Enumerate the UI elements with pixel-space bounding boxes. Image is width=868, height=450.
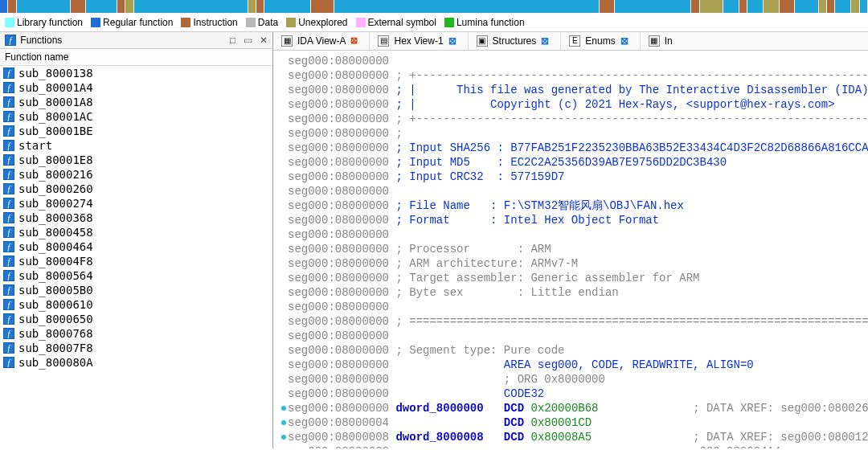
nav-segment[interactable] (739, 0, 747, 13)
nav-segment[interactable] (691, 0, 699, 13)
nav-segment[interactable] (117, 0, 125, 13)
tab-hex-view-1[interactable]: ▤Hex View-1⊠ (369, 32, 467, 50)
disasm-line[interactable]: seg000:08000000 ; | This file was genera… (273, 83, 868, 97)
function-name: sub_8000138 (18, 67, 93, 80)
nav-segment[interactable] (615, 0, 691, 13)
nav-segment[interactable] (851, 0, 859, 13)
function-item[interactable]: sub_8000216 (0, 167, 272, 182)
disasm-line[interactable]: seg000:08000000 ; ARM architecture: ARMv… (273, 256, 868, 271)
function-item[interactable]: sub_8000464 (0, 239, 272, 254)
nav-segment[interactable] (819, 0, 827, 13)
disasm-line[interactable]: seg000:08000000 ; Target assembler: Gene… (273, 271, 868, 285)
close-icon[interactable]: ⊠ (620, 35, 628, 47)
tab-structures[interactable]: ▣Structures⊠ (468, 32, 561, 50)
nav-segment[interactable] (311, 0, 334, 13)
disasm-line[interactable]: seg000:08000004 DCD 0x80001CD (273, 415, 868, 430)
nav-segment[interactable] (835, 0, 851, 13)
panel-title-text: Functions (20, 35, 62, 46)
disasm-line[interactable]: seg000:08000000 ; ORG 0x8000000 (273, 372, 868, 387)
function-icon (3, 284, 14, 296)
tab-ida-view-a[interactable]: ▦IDA View-A⊠ (273, 32, 369, 50)
function-item[interactable]: sub_80004F8 (0, 254, 272, 268)
nav-segment[interactable] (334, 0, 600, 13)
legend-label: Data (258, 17, 278, 28)
tab-in[interactable]: ▦In (640, 32, 684, 50)
legend-swatch (444, 18, 454, 27)
nav-segment[interactable] (747, 0, 764, 13)
function-item[interactable]: sub_8000458 (0, 225, 272, 239)
nav-segment[interactable] (860, 0, 868, 13)
nav-segment[interactable] (134, 0, 248, 13)
nav-segment[interactable] (600, 0, 616, 13)
function-item[interactable]: start (0, 138, 272, 153)
disasm-line[interactable]: seg000:08000000 (273, 54, 868, 68)
panel-pin-icon[interactable]: ▭ (244, 35, 252, 46)
function-item[interactable]: sub_80005B0 (0, 283, 272, 297)
function-item[interactable]: sub_8000610 (0, 297, 272, 312)
close-icon[interactable]: ⊠ (448, 35, 457, 47)
function-item[interactable]: sub_8000274 (0, 196, 272, 211)
column-header-function-name[interactable]: Function name (0, 49, 272, 66)
disasm-line[interactable]: seg000:08000008 dword_8000008 DCD 0x8000… (273, 430, 868, 444)
disasm-line[interactable]: seg000:08000000 dword_8000000 DCD 0x2000… (273, 401, 868, 415)
nav-segment[interactable] (248, 0, 256, 13)
disasm-line[interactable]: seg000:08000000 (273, 227, 868, 242)
disasm-line[interactable]: seg000:08000000 AREA seg000, CODE, READW… (273, 358, 868, 372)
disasm-line[interactable]: seg000:08000000 (273, 184, 868, 198)
disasm-line[interactable]: seg000:08000000 (273, 300, 868, 314)
disasm-line[interactable]: seg000:08000000 ; Segment type: Pure cod… (273, 343, 868, 358)
nav-segment[interactable] (700, 0, 723, 13)
view-tabs[interactable]: ▦IDA View-A⊠▤Hex View-1⊠▣Structures⊠EEnu… (273, 32, 868, 51)
function-item[interactable]: sub_8000768 (0, 326, 272, 341)
disasm-line[interactable]: seg000:08000000 (273, 329, 868, 343)
disasm-line[interactable]: seg000:08000000 ; Format : Intel Hex Obj… (273, 213, 868, 227)
function-item[interactable]: sub_8000564 (0, 268, 272, 283)
disasm-line[interactable]: seg000:08000000 ; File Name : F:\STM32智能… (273, 198, 868, 213)
nav-segment[interactable] (764, 0, 780, 13)
function-item[interactable]: sub_80001A4 (0, 80, 272, 95)
nav-segment[interactable] (125, 0, 133, 13)
nav-segment[interactable] (795, 0, 818, 13)
tab-enums[interactable]: EEnums⊠ (560, 32, 639, 50)
close-icon[interactable]: ⊠ (541, 35, 549, 47)
function-item[interactable]: sub_800080A (0, 355, 272, 370)
nav-segment[interactable] (827, 0, 835, 13)
nav-segment[interactable] (71, 0, 87, 13)
function-item[interactable]: sub_8000368 (0, 211, 272, 225)
disasm-line[interactable]: seg000:08000000 ; Processor : ARM (273, 242, 868, 256)
disasm-line[interactable]: seg000:08000000 ; ======================… (273, 314, 868, 329)
nav-segment[interactable] (17, 0, 71, 13)
function-item[interactable]: sub_80001E8 (0, 153, 272, 167)
disassembly-view[interactable]: seg000:08000000 seg000:08000000 ; +-----… (273, 51, 868, 448)
nav-segment[interactable] (86, 0, 117, 13)
disasm-line[interactable]: seg000:08000000 ; +---------------------… (273, 112, 868, 126)
nav-segment[interactable] (0, 0, 8, 13)
disasm-line[interactable]: seg000:08000000 ; Input CRC32 : 577159D7 (273, 170, 868, 184)
disasm-line[interactable]: seg000:08000000 ; +---------------------… (273, 68, 868, 83)
function-item[interactable]: sub_8000260 (0, 182, 272, 196)
disasm-line[interactable]: seg000:08000000 ; Byte sex : Little endi… (273, 285, 868, 300)
nav-segment[interactable] (8, 0, 16, 13)
nav-segment[interactable] (723, 0, 739, 13)
functions-panel-header[interactable]: Functions □ ▭ ✕ (0, 32, 272, 50)
nav-segment[interactable] (780, 0, 796, 13)
disasm-line[interactable]: seg000:08000000 ; (273, 126, 868, 141)
disasm-line[interactable]: seg000:08000008 ; seg000:080024A4↓o (273, 444, 868, 448)
nav-segment[interactable] (264, 0, 310, 13)
nav-segment[interactable] (256, 0, 264, 13)
close-icon[interactable]: ⊠ (350, 35, 358, 46)
panel-restore-icon[interactable]: □ (230, 35, 235, 46)
function-item[interactable]: sub_80001AC (0, 109, 272, 124)
navigation-band[interactable] (0, 0, 868, 13)
functions-list[interactable]: sub_8000138sub_80001A4sub_80001A8sub_800… (0, 66, 272, 448)
panel-close-icon[interactable]: ✕ (260, 35, 268, 46)
disasm-line[interactable]: seg000:08000000 ; Input SHA256 : B77FAB2… (273, 141, 868, 155)
disasm-line[interactable]: seg000:08000000 ; | Copyright (c) 2021 H… (273, 97, 868, 112)
function-item[interactable]: sub_80001A8 (0, 95, 272, 109)
function-item[interactable]: sub_80007F8 (0, 341, 272, 355)
function-item[interactable]: sub_8000138 (0, 66, 272, 80)
function-item[interactable]: sub_8000650 (0, 312, 272, 326)
disasm-line[interactable]: seg000:08000000 CODE32 (273, 387, 868, 401)
function-item[interactable]: sub_80001BE (0, 124, 272, 138)
disasm-line[interactable]: seg000:08000000 ; Input MD5 : EC2C2A2535… (273, 155, 868, 170)
